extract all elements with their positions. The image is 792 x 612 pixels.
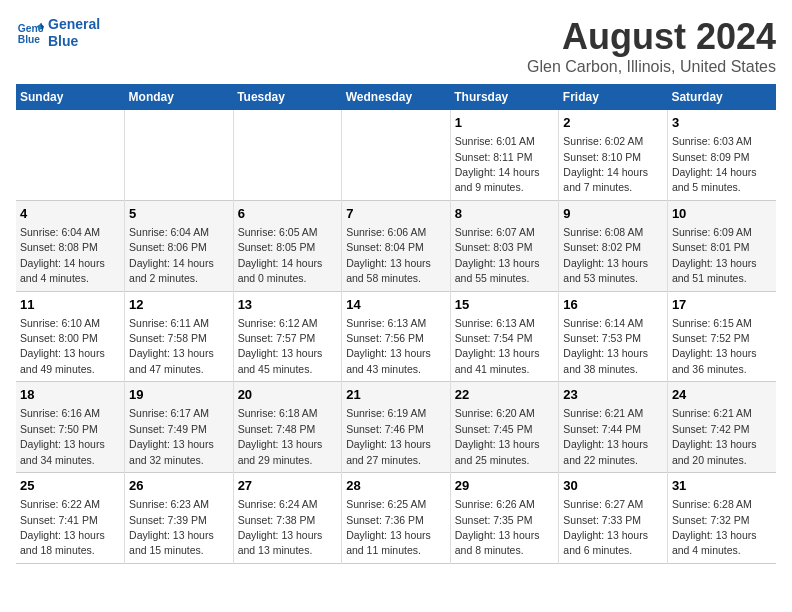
day-number: 27: [238, 477, 338, 495]
daylight-text: Daylight: 13 hours and 55 minutes.: [455, 257, 540, 284]
sunrise-text: Sunrise: 6:15 AM: [672, 317, 752, 329]
sunrise-text: Sunrise: 6:10 AM: [20, 317, 100, 329]
sunrise-text: Sunrise: 6:02 AM: [563, 135, 643, 147]
day-number: 21: [346, 386, 446, 404]
sunrise-text: Sunrise: 6:19 AM: [346, 407, 426, 419]
day-number: 16: [563, 296, 663, 314]
calendar-cell: 27 Sunrise: 6:24 AM Sunset: 7:38 PM Dayl…: [233, 473, 342, 564]
column-header-thursday: Thursday: [450, 84, 559, 110]
sunrise-text: Sunrise: 6:28 AM: [672, 498, 752, 510]
daylight-text: Daylight: 13 hours and 6 minutes.: [563, 529, 648, 556]
day-number: 5: [129, 205, 229, 223]
calendar-cell: 26 Sunrise: 6:23 AM Sunset: 7:39 PM Dayl…: [125, 473, 234, 564]
sunset-text: Sunset: 8:11 PM: [455, 151, 533, 163]
calendar-cell: [16, 110, 125, 200]
sunrise-text: Sunrise: 6:06 AM: [346, 226, 426, 238]
sunrise-text: Sunrise: 6:09 AM: [672, 226, 752, 238]
sunrise-text: Sunrise: 6:11 AM: [129, 317, 209, 329]
daylight-text: Daylight: 13 hours and 32 minutes.: [129, 438, 214, 465]
sunset-text: Sunset: 7:45 PM: [455, 423, 533, 435]
day-number: 10: [672, 205, 772, 223]
sunrise-text: Sunrise: 6:12 AM: [238, 317, 318, 329]
sunset-text: Sunset: 8:00 PM: [20, 332, 98, 344]
calendar-cell: 22 Sunrise: 6:20 AM Sunset: 7:45 PM Dayl…: [450, 382, 559, 473]
sunset-text: Sunset: 8:05 PM: [238, 241, 316, 253]
daylight-text: Daylight: 13 hours and 13 minutes.: [238, 529, 323, 556]
sunset-text: Sunset: 7:36 PM: [346, 514, 424, 526]
calendar-cell: 8 Sunrise: 6:07 AM Sunset: 8:03 PM Dayli…: [450, 200, 559, 291]
day-number: 18: [20, 386, 120, 404]
daylight-text: Daylight: 13 hours and 43 minutes.: [346, 347, 431, 374]
day-number: 4: [20, 205, 120, 223]
daylight-text: Daylight: 13 hours and 34 minutes.: [20, 438, 105, 465]
sunset-text: Sunset: 7:42 PM: [672, 423, 750, 435]
calendar-cell: 3 Sunrise: 6:03 AM Sunset: 8:09 PM Dayli…: [667, 110, 776, 200]
sunset-text: Sunset: 7:39 PM: [129, 514, 207, 526]
daylight-text: Daylight: 14 hours and 2 minutes.: [129, 257, 214, 284]
calendar-cell: 28 Sunrise: 6:25 AM Sunset: 7:36 PM Dayl…: [342, 473, 451, 564]
column-header-friday: Friday: [559, 84, 668, 110]
daylight-text: Daylight: 14 hours and 7 minutes.: [563, 166, 648, 193]
daylight-text: Daylight: 13 hours and 22 minutes.: [563, 438, 648, 465]
calendar-title: August 2024: [527, 16, 776, 58]
sunset-text: Sunset: 7:50 PM: [20, 423, 98, 435]
day-number: 1: [455, 114, 555, 132]
day-number: 30: [563, 477, 663, 495]
sunrise-text: Sunrise: 6:22 AM: [20, 498, 100, 510]
daylight-text: Daylight: 13 hours and 36 minutes.: [672, 347, 757, 374]
day-number: 13: [238, 296, 338, 314]
calendar-cell: 4 Sunrise: 6:04 AM Sunset: 8:08 PM Dayli…: [16, 200, 125, 291]
daylight-text: Daylight: 13 hours and 20 minutes.: [672, 438, 757, 465]
sunset-text: Sunset: 8:01 PM: [672, 241, 750, 253]
day-number: 2: [563, 114, 663, 132]
sunrise-text: Sunrise: 6:01 AM: [455, 135, 535, 147]
calendar-cell: 11 Sunrise: 6:10 AM Sunset: 8:00 PM Dayl…: [16, 291, 125, 382]
sunrise-text: Sunrise: 6:17 AM: [129, 407, 209, 419]
sunrise-text: Sunrise: 6:04 AM: [129, 226, 209, 238]
sunrise-text: Sunrise: 6:27 AM: [563, 498, 643, 510]
daylight-text: Daylight: 13 hours and 11 minutes.: [346, 529, 431, 556]
calendar-table: SundayMondayTuesdayWednesdayThursdayFrid…: [16, 84, 776, 564]
sunset-text: Sunset: 7:33 PM: [563, 514, 641, 526]
calendar-week-row: 18 Sunrise: 6:16 AM Sunset: 7:50 PM Dayl…: [16, 382, 776, 473]
sunset-text: Sunset: 7:49 PM: [129, 423, 207, 435]
calendar-cell: 31 Sunrise: 6:28 AM Sunset: 7:32 PM Dayl…: [667, 473, 776, 564]
day-number: 7: [346, 205, 446, 223]
daylight-text: Daylight: 14 hours and 9 minutes.: [455, 166, 540, 193]
column-header-wednesday: Wednesday: [342, 84, 451, 110]
sunrise-text: Sunrise: 6:14 AM: [563, 317, 643, 329]
sunrise-text: Sunrise: 6:25 AM: [346, 498, 426, 510]
daylight-text: Daylight: 13 hours and 38 minutes.: [563, 347, 648, 374]
calendar-cell: 2 Sunrise: 6:02 AM Sunset: 8:10 PM Dayli…: [559, 110, 668, 200]
day-number: 28: [346, 477, 446, 495]
sunrise-text: Sunrise: 6:03 AM: [672, 135, 752, 147]
calendar-cell: [233, 110, 342, 200]
sunset-text: Sunset: 7:46 PM: [346, 423, 424, 435]
daylight-text: Daylight: 13 hours and 8 minutes.: [455, 529, 540, 556]
calendar-cell: 23 Sunrise: 6:21 AM Sunset: 7:44 PM Dayl…: [559, 382, 668, 473]
sunrise-text: Sunrise: 6:13 AM: [346, 317, 426, 329]
sunset-text: Sunset: 7:48 PM: [238, 423, 316, 435]
sunrise-text: Sunrise: 6:20 AM: [455, 407, 535, 419]
sunrise-text: Sunrise: 6:18 AM: [238, 407, 318, 419]
daylight-text: Daylight: 13 hours and 51 minutes.: [672, 257, 757, 284]
sunset-text: Sunset: 7:54 PM: [455, 332, 533, 344]
daylight-text: Daylight: 13 hours and 27 minutes.: [346, 438, 431, 465]
column-header-sunday: Sunday: [16, 84, 125, 110]
sunrise-text: Sunrise: 6:23 AM: [129, 498, 209, 510]
daylight-text: Daylight: 14 hours and 5 minutes.: [672, 166, 757, 193]
calendar-cell: 18 Sunrise: 6:16 AM Sunset: 7:50 PM Dayl…: [16, 382, 125, 473]
daylight-text: Daylight: 14 hours and 0 minutes.: [238, 257, 323, 284]
sunset-text: Sunset: 7:35 PM: [455, 514, 533, 526]
day-number: 12: [129, 296, 229, 314]
sunset-text: Sunset: 7:57 PM: [238, 332, 316, 344]
day-number: 9: [563, 205, 663, 223]
sunset-text: Sunset: 8:06 PM: [129, 241, 207, 253]
calendar-header-row: SundayMondayTuesdayWednesdayThursdayFrid…: [16, 84, 776, 110]
calendar-cell: 7 Sunrise: 6:06 AM Sunset: 8:04 PM Dayli…: [342, 200, 451, 291]
sunset-text: Sunset: 8:02 PM: [563, 241, 641, 253]
daylight-text: Daylight: 13 hours and 29 minutes.: [238, 438, 323, 465]
calendar-cell: 15 Sunrise: 6:13 AM Sunset: 7:54 PM Dayl…: [450, 291, 559, 382]
sunrise-text: Sunrise: 6:16 AM: [20, 407, 100, 419]
day-number: 8: [455, 205, 555, 223]
